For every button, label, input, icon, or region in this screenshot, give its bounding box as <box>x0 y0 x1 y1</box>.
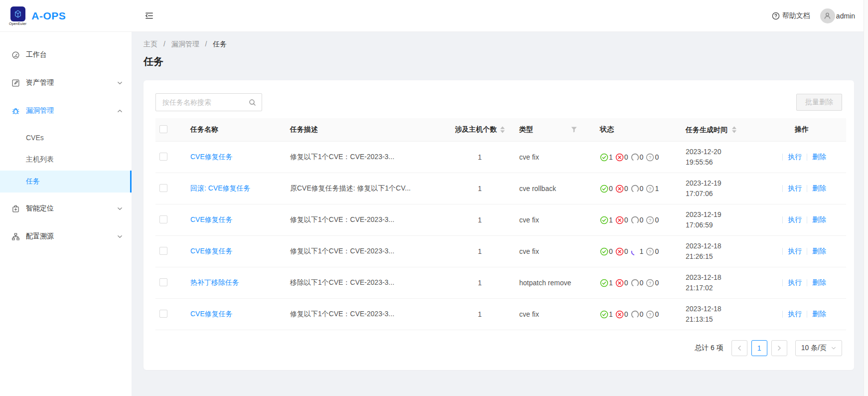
sort-icons[interactable] <box>732 126 736 133</box>
success-icon <box>600 153 608 162</box>
host-count: 1 <box>444 267 515 299</box>
action-divider <box>807 279 807 286</box>
col-actions: 操作 <box>757 118 846 142</box>
status-cell: 1 0 0 ?0 <box>600 153 678 162</box>
sidebar-nav: 工作台 资产管理 漏洞管理 C <box>0 32 132 396</box>
scrollbar-track[interactable] <box>864 0 868 396</box>
sidebar-item-smart-locate[interactable]: 智能定位 <box>0 197 132 220</box>
user-menu[interactable]: admin <box>820 8 855 23</box>
action-divider <box>782 154 783 161</box>
created-time: 2023-12-1821:17:02 <box>686 272 753 293</box>
status-cell: 1 0 0 ?0 <box>600 216 678 224</box>
task-name-link[interactable]: 回滚: CVE修复任务 <box>190 184 251 192</box>
prev-page-button[interactable] <box>731 340 747 356</box>
unknown-count: 1 <box>655 185 659 193</box>
sidebar-item-host-list[interactable]: 主机列表 <box>0 149 132 171</box>
failed-icon <box>615 247 624 256</box>
task-type: cve fix <box>515 299 596 330</box>
execute-button[interactable]: 执行 <box>788 310 802 319</box>
help-docs-link[interactable]: 帮助文档 <box>772 11 810 20</box>
sidebar-item-vulnerability[interactable]: 漏洞管理 <box>0 99 132 123</box>
row-checkbox[interactable] <box>159 215 167 223</box>
delete-button[interactable]: 删除 <box>812 310 826 319</box>
running-icon <box>631 310 639 319</box>
task-name-link[interactable]: CVE修复任务 <box>190 310 233 318</box>
unknown-count: 0 <box>655 216 659 224</box>
sidebar-item-config-trace[interactable]: 配置溯源 <box>0 224 132 248</box>
sidebar-item-tasks[interactable]: 任务 <box>0 171 132 193</box>
sort-icons[interactable] <box>500 126 505 133</box>
task-type: cve fix <box>515 204 596 236</box>
unknown-count: 0 <box>655 279 659 287</box>
pagination: 总计 6 项 1 10 条/页 <box>155 340 842 356</box>
failed-icon <box>615 153 624 162</box>
edit-square-icon <box>11 78 20 87</box>
execute-button[interactable]: 执行 <box>788 278 802 287</box>
failed-count: 0 <box>624 247 628 255</box>
task-name-link[interactable]: CVE修复任务 <box>190 215 233 223</box>
success-icon <box>600 247 608 256</box>
running-count: 0 <box>640 216 644 224</box>
task-name-link[interactable]: 热补丁移除任务 <box>190 278 239 286</box>
chevron-down-icon <box>117 206 123 211</box>
delete-button[interactable]: 删除 <box>812 215 826 224</box>
delete-button[interactable]: 删除 <box>812 184 826 193</box>
filter-funnel-icon[interactable] <box>571 127 592 133</box>
task-search[interactable] <box>155 93 262 111</box>
col-host-count[interactable]: 涉及主机个数 <box>448 125 511 134</box>
row-checkbox[interactable] <box>159 278 167 286</box>
execute-button[interactable]: 执行 <box>788 184 802 193</box>
svg-text:?: ? <box>649 280 651 286</box>
failed-icon <box>615 310 624 319</box>
success-icon <box>600 310 608 319</box>
created-time: 2023-12-1821:13:15 <box>686 304 753 325</box>
breadcrumb-vuln-mgmt[interactable]: 漏洞管理 <box>171 40 199 48</box>
running-icon <box>631 216 639 224</box>
success-count: 1 <box>609 216 613 224</box>
execute-button[interactable]: 执行 <box>788 247 802 256</box>
failed-count: 0 <box>624 153 628 161</box>
page-1-button[interactable]: 1 <box>751 340 767 356</box>
unknown-icon: ? <box>646 185 654 193</box>
sidebar-item-cves[interactable]: CVEs <box>0 127 132 149</box>
unknown-count: 0 <box>655 310 659 318</box>
menu-fold-icon[interactable] <box>145 11 154 20</box>
delete-button[interactable]: 删除 <box>812 278 826 287</box>
unknown-count: 0 <box>655 247 659 255</box>
next-page-button[interactable] <box>771 340 787 356</box>
batch-delete-button[interactable]: 批量删除 <box>796 94 842 111</box>
row-actions: 执行 删除 <box>761 247 842 256</box>
col-created-time[interactable]: 任务生成时间 <box>686 125 753 135</box>
page-size-select[interactable]: 10 条/页 <box>795 340 842 356</box>
sidebar-subitem-label: 任务 <box>26 177 40 186</box>
sidebar-item-assets[interactable]: 资产管理 <box>0 71 132 95</box>
task-name-link[interactable]: CVE修复任务 <box>190 153 233 161</box>
select-all-checkbox[interactable] <box>159 125 167 133</box>
execute-button[interactable]: 执行 <box>788 215 802 224</box>
created-time: 2023-12-2019:55:56 <box>686 147 753 168</box>
execute-button[interactable]: 执行 <box>788 153 802 162</box>
main-area: 帮助文档 admin 主页 / 漏洞管理 / 任务 任务 <box>132 0 868 396</box>
row-checkbox[interactable] <box>159 184 167 192</box>
sidebar-item-workbench[interactable]: 工作台 <box>0 43 132 67</box>
success-count: 1 <box>609 310 613 318</box>
app-root: OpenEuler A-OPS 工作台 资产管理 <box>0 0 868 396</box>
task-name-link[interactable]: CVE修复任务 <box>190 247 233 255</box>
unknown-icon: ? <box>646 310 654 319</box>
created-time: 2023-12-1917:06:59 <box>686 209 753 230</box>
search-input[interactable] <box>161 98 249 107</box>
row-checkbox[interactable] <box>159 310 167 318</box>
brand-logo[interactable]: OpenEuler A-OPS <box>0 0 132 32</box>
delete-button[interactable]: 删除 <box>812 153 826 162</box>
task-description: 修复以下1个CVE：CVE-2023-3... <box>286 236 444 267</box>
unknown-icon: ? <box>646 153 654 162</box>
breadcrumb-home[interactable]: 主页 <box>144 40 157 48</box>
svg-text:?: ? <box>649 249 651 254</box>
task-type: hotpatch remove <box>515 267 596 299</box>
row-checkbox[interactable] <box>159 247 167 255</box>
search-icon[interactable] <box>249 99 256 106</box>
delete-button[interactable]: 删除 <box>812 247 826 256</box>
row-checkbox[interactable] <box>159 153 167 161</box>
action-divider <box>782 311 783 318</box>
task-row: CVE修复任务 修复以下1个CVE：CVE-2023-3... 1 cve fi… <box>155 204 846 236</box>
